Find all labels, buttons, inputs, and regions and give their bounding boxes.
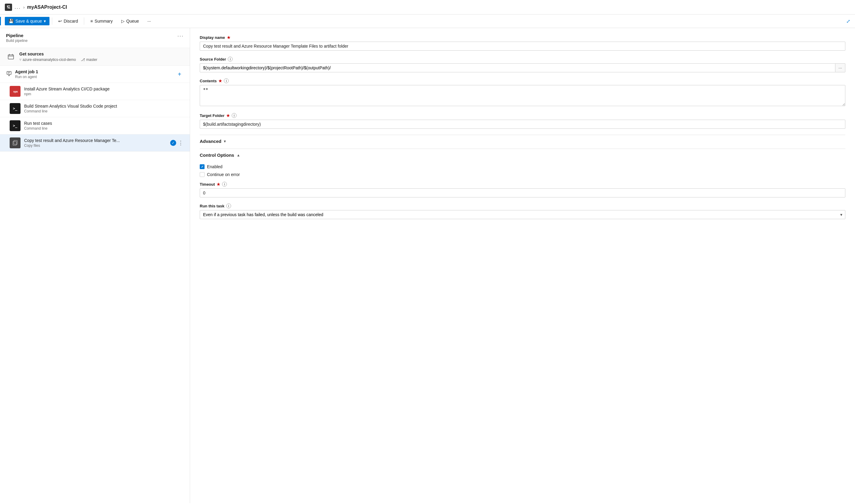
summary-label: Summary — [95, 19, 113, 23]
source-folder-input[interactable] — [200, 63, 835, 72]
control-options-section-header[interactable]: Control Options ▲ — [200, 149, 845, 161]
branch-icon: ⎇ — [81, 58, 85, 62]
get-sources-row[interactable]: Get sources ⑂ azure-streamanalytics-cicd… — [0, 48, 190, 66]
discard-label: Discard — [64, 19, 78, 23]
target-folder-label: Target Folder ★ i — [200, 113, 845, 118]
get-sources-info: Get sources ⑂ azure-streamanalytics-cicd… — [19, 52, 184, 62]
expand-icon[interactable]: ⤢ — [846, 18, 850, 24]
pipeline-info: Pipeline Build pipeline — [6, 33, 28, 43]
queue-button[interactable]: ▷ Queue — [118, 17, 143, 25]
display-name-required: ★ — [227, 35, 230, 40]
task-kebab-menu[interactable]: ⋮ — [178, 140, 184, 146]
get-sources-meta: ⑂ azure-streamanalytics-cicd-demo ⎇ mast… — [19, 58, 184, 62]
run-this-task-field: Run this task i Even if a previous task … — [200, 203, 845, 219]
enabled-checkbox[interactable] — [200, 164, 205, 169]
test-task-icon: >_ — [10, 120, 20, 131]
task-row-npm[interactable]: npm Install Azure Stream Analytics CI/CD… — [0, 83, 190, 100]
svg-rect-11 — [13, 141, 16, 145]
repo-icon: ⑂ — [19, 58, 21, 62]
breadcrumb-dots[interactable]: ... — [15, 4, 21, 10]
task-test-title: Run test cases — [24, 121, 184, 126]
svg-rect-12 — [14, 141, 17, 144]
source-folder-info-icon[interactable]: i — [228, 57, 232, 61]
page-title: myASAProject-CI — [27, 4, 67, 10]
task-row-build[interactable]: >_ Build Stream Analytics Visual Studio … — [0, 100, 190, 117]
more-button[interactable]: ··· — [144, 17, 155, 25]
agent-job-info: Agent job 1 Run on agent — [15, 69, 38, 79]
more-label: ··· — [147, 19, 151, 23]
discard-button[interactable]: ↩ Discard — [55, 17, 82, 25]
agent-job-left: Agent job 1 Run on agent — [6, 69, 38, 79]
timeout-required: ★ — [216, 182, 220, 186]
main-content: Pipeline Build pipeline ··· Get sources — [0, 28, 855, 503]
continue-on-error-label: Continue on error — [207, 172, 240, 177]
task-build-subtitle: Command line — [24, 109, 184, 113]
summary-button[interactable]: ≡ Summary — [87, 17, 116, 25]
timeout-label: Timeout ★ i — [200, 182, 845, 186]
pipeline-title: Pipeline — [6, 33, 28, 38]
get-sources-repo: ⑂ azure-streamanalytics-cicd-demo — [19, 58, 76, 62]
contents-required: ★ — [219, 79, 222, 83]
task-test-subtitle: Command line — [24, 126, 184, 130]
task-copy-info: Copy test result and Azure Resource Mana… — [24, 138, 170, 148]
task-build-info: Build Stream Analytics Visual Studio Cod… — [24, 104, 184, 113]
enabled-row: Enabled — [200, 164, 845, 169]
source-folder-label: Source Folder i — [200, 57, 845, 61]
right-panel: Display name ★ Source Folder i ··· Conte… — [190, 28, 855, 503]
timeout-info-icon[interactable]: i — [222, 182, 227, 186]
source-folder-menu-btn[interactable]: ··· — [835, 63, 845, 72]
agent-job-title: Agent job 1 — [15, 69, 38, 74]
target-folder-info-icon[interactable]: i — [232, 113, 237, 118]
contents-textarea[interactable]: ** — [200, 85, 845, 106]
task-npm-title: Install Azure Stream Analytics CI/CD pac… — [24, 87, 184, 91]
pipeline-header: Pipeline Build pipeline ··· — [0, 28, 190, 48]
add-task-button[interactable]: + — [175, 70, 184, 78]
run-this-task-select-wrapper: Even if a previous task has failed, unle… — [200, 210, 845, 219]
save-queue-button[interactable]: 💾 Save & queue ▾ — [5, 17, 50, 25]
contents-field: Contents ★ i ** — [200, 78, 845, 107]
get-sources-branch: ⎇ master — [81, 58, 98, 62]
get-sources-title: Get sources — [19, 52, 184, 56]
source-folder-field: Source Folder i ··· — [200, 57, 845, 72]
target-folder-input[interactable] — [200, 120, 845, 129]
top-bar: 🏗 ... › myASAProject-CI — [0, 0, 855, 15]
source-folder-input-row: ··· — [200, 63, 845, 72]
svg-rect-4 — [7, 71, 11, 74]
svg-text:npm: npm — [13, 90, 18, 93]
task-row-copy[interactable]: Copy test result and Azure Resource Mana… — [0, 134, 190, 151]
contents-label: Contents ★ i — [200, 78, 845, 83]
task-npm-subtitle: npm — [24, 92, 184, 96]
advanced-chevron-icon: ▾ — [224, 139, 226, 143]
save-icon: 💾 — [8, 19, 14, 23]
run-this-task-select[interactable]: Even if a previous task has failed, unle… — [200, 210, 845, 219]
pipeline-menu-button[interactable]: ··· — [177, 33, 184, 39]
run-this-task-label: Run this task i — [200, 203, 845, 208]
continue-on-error-checkbox[interactable] — [200, 172, 205, 177]
timeout-field: Timeout ★ i — [200, 182, 845, 197]
toolbar-sep-2 — [84, 17, 84, 25]
logo-icon: 🏗 — [7, 5, 10, 10]
pipeline-subtitle: Build pipeline — [6, 39, 28, 43]
continue-on-error-row: Continue on error — [200, 172, 845, 177]
run-this-task-info-icon[interactable]: i — [226, 203, 231, 208]
task-check-icon: ✓ — [170, 140, 176, 146]
discard-icon: ↩ — [58, 19, 62, 23]
task-copy-actions: ✓ ⋮ — [170, 140, 184, 146]
display-name-field: Display name ★ — [200, 35, 845, 51]
task-copy-title: Copy test result and Azure Resource Mana… — [24, 138, 170, 143]
build-task-icon: >_ — [10, 103, 20, 114]
agent-job-icon — [6, 71, 12, 78]
advanced-section-header[interactable]: Advanced ▾ — [200, 135, 845, 147]
task-build-title: Build Stream Analytics Visual Studio Cod… — [24, 104, 184, 109]
task-copy-subtitle: Copy files — [24, 143, 170, 148]
queue-icon: ▷ — [121, 19, 125, 23]
task-npm-info: Install Azure Stream Analytics CI/CD pac… — [24, 87, 184, 96]
contents-info-icon[interactable]: i — [224, 78, 229, 83]
display-name-input[interactable] — [200, 41, 845, 51]
agent-job-row: Agent job 1 Run on agent + — [0, 66, 190, 83]
task-row-test[interactable]: >_ Run test cases Command line — [0, 117, 190, 134]
control-options-content: Enabled Continue on error — [200, 161, 845, 177]
svg-rect-0 — [8, 55, 14, 59]
timeout-input[interactable] — [200, 188, 845, 197]
toolbar-accent — [0, 17, 1, 25]
